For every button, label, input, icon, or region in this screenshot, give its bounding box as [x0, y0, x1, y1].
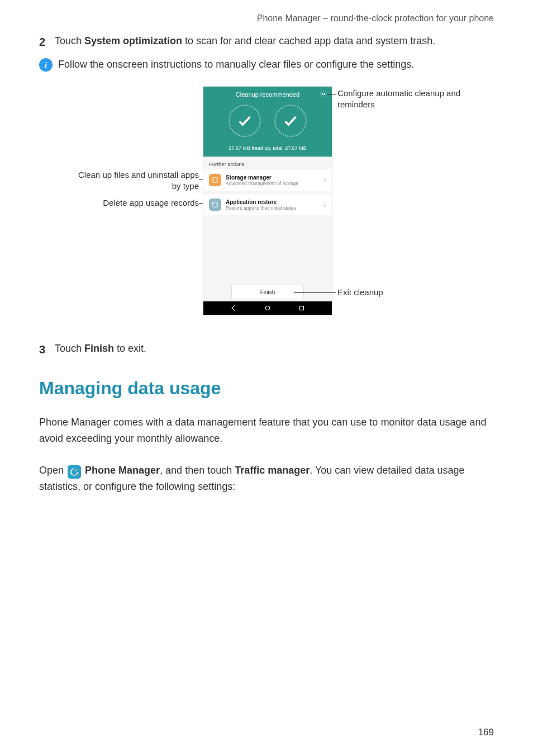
info-icon: i: [39, 58, 53, 72]
phone-manager-icon: [68, 465, 81, 479]
callout-delete-usage: Delete app usage records: [68, 197, 199, 209]
storage-text: Storage manager Advanced management of s…: [226, 174, 298, 186]
para2-t2: , and then touch: [160, 465, 235, 476]
svg-rect-3: [300, 306, 304, 310]
step-2: 2 Touch System optimization to scan for …: [39, 34, 494, 50]
check-circle-2: [274, 105, 307, 137]
page-number: 169: [478, 727, 494, 738]
storage-icon: [209, 174, 221, 186]
freed-text: 27.67 MB freed up, total: 27.67 MB: [203, 145, 332, 151]
restore-subtitle: Restore apps to their initial states: [226, 205, 296, 211]
further-actions-label: Further actions: [203, 157, 332, 169]
home-icon[interactable]: [264, 304, 272, 312]
para2-bold1: Phone Manager: [85, 465, 160, 476]
chevron-right-icon: ›: [323, 176, 326, 185]
step-2-number: 2: [39, 34, 48, 50]
callout-cleanup-by-type: Clean up files and uninstall apps by typ…: [68, 169, 199, 192]
storage-manager-row[interactable]: Storage manager Advanced management of s…: [203, 169, 332, 191]
svg-rect-1: [213, 178, 217, 182]
paragraph-2: Open Phone Manager, and then touch Traff…: [39, 462, 494, 495]
svg-point-2: [266, 306, 270, 310]
phone-screenshot: Cleanup recommended 27.67 MB freed up, t…: [203, 87, 332, 315]
svg-point-0: [322, 93, 325, 95]
step-3-prefix: Touch: [55, 343, 84, 354]
callout-exit-cleanup: Exit cleanup: [337, 287, 383, 298]
callout-line: [294, 292, 336, 293]
step-2-bold: System optimization: [84, 35, 182, 46]
restore-title: Application restore: [226, 199, 296, 205]
chevron-right-icon: ›: [323, 200, 326, 209]
restore-icon: [209, 199, 221, 211]
restore-text: Application restore Restore apps to thei…: [226, 199, 296, 211]
step-2-suffix: to scan for and clear cached app data an…: [182, 35, 435, 46]
finish-button[interactable]: Finish: [231, 285, 304, 299]
android-navbar: [203, 301, 332, 315]
step-3-bold: Finish: [84, 343, 114, 354]
step-3-number: 3: [39, 341, 48, 358]
application-restore-row[interactable]: Application restore Restore apps to thei…: [203, 194, 332, 215]
info-text: Follow the onscreen instructions to manu…: [58, 57, 414, 72]
info-note: i Follow the onscreen instructions to ma…: [39, 57, 494, 72]
phone-title: Cleanup recommended: [203, 91, 332, 98]
step-2-text: Touch System optimization to scan for an…: [55, 34, 435, 50]
recent-icon[interactable]: [298, 304, 306, 312]
step-3-suffix: to exit.: [114, 343, 146, 354]
paragraph-1: Phone Manager comes with a data manageme…: [39, 414, 494, 447]
step-2-prefix: Touch: [55, 35, 84, 46]
para2-t1: Open: [39, 465, 66, 476]
section-heading: Managing data usage: [39, 378, 494, 399]
callout-line: [327, 94, 336, 94]
check-circle-1: [229, 105, 261, 137]
callout-configure-cleanup: Configure automatic cleanup and reminder…: [337, 88, 465, 111]
page-header: Phone Manager – round-the-clock protecti…: [39, 13, 494, 23]
figure: Clean up files and uninstall apps by typ…: [39, 87, 494, 319]
storage-subtitle: Advanced management of storage: [226, 181, 298, 186]
gear-icon[interactable]: [320, 90, 327, 98]
storage-title: Storage manager: [226, 174, 298, 181]
phone-top-panel: Cleanup recommended 27.67 MB freed up, t…: [203, 87, 332, 157]
back-icon[interactable]: [230, 304, 237, 312]
para2-bold2: Traffic manager: [235, 465, 310, 476]
step-3-text: Touch Finish to exit.: [55, 341, 146, 358]
step-3: 3 Touch Finish to exit.: [39, 341, 494, 358]
